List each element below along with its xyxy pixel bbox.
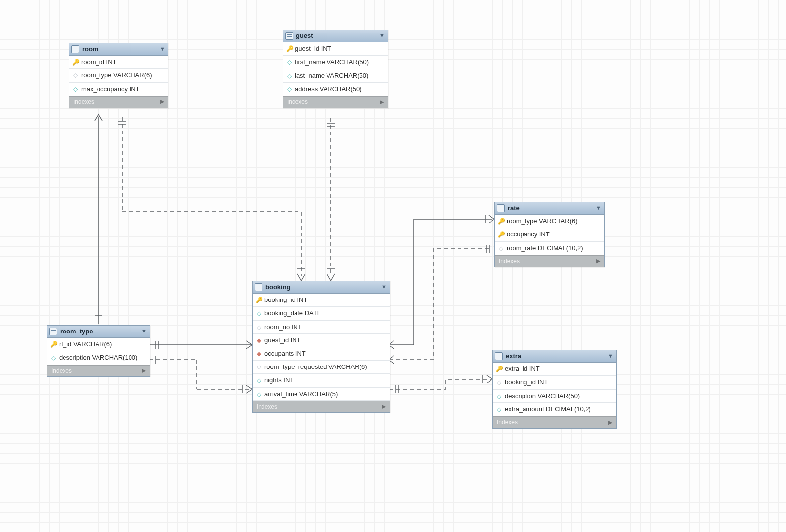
- table-icon: [255, 283, 262, 291]
- diamond-icon: ◇: [256, 377, 262, 383]
- key-icon: 🔑: [286, 46, 292, 52]
- diamond-icon: ◇: [256, 364, 262, 370]
- chevron-right-icon: ▶: [596, 257, 600, 265]
- column-row: ◇address VARCHAR(50): [283, 83, 388, 96]
- indexes-section[interactable]: Indexes▶: [283, 96, 388, 108]
- column-label: first_name VARCHAR(50): [295, 58, 369, 66]
- table-rate[interactable]: rate ▼ 🔑room_type VARCHAR(6) 🔑occupancy …: [494, 202, 605, 267]
- column-row: 🔑guest_id INT: [283, 42, 388, 56]
- chevron-down-icon[interactable]: ▼: [141, 328, 147, 335]
- column-label: room_rate DECIMAL(10,2): [507, 244, 583, 253]
- column-row: ◇description VARCHAR(50): [493, 390, 616, 403]
- chevron-down-icon[interactable]: ▼: [596, 204, 601, 212]
- table-guest-title: guest: [296, 32, 313, 40]
- table-room-type-header[interactable]: room_type ▼: [47, 326, 150, 338]
- indexes-label: Indexes: [51, 367, 72, 375]
- column-row: ◇room_type_requested VARCHAR(6): [253, 361, 390, 374]
- table-room-title: room: [82, 45, 98, 54]
- key-icon: 🔑: [496, 366, 502, 372]
- indexes-label: Indexes: [287, 98, 308, 106]
- diamond-icon: ◇: [256, 310, 262, 316]
- column-row: ◇room_no INT: [253, 321, 390, 334]
- diamond-icon: ◇: [256, 391, 262, 397]
- indexes-section[interactable]: Indexes▶: [493, 416, 616, 428]
- chevron-right-icon: ▶: [380, 99, 384, 106]
- table-booking-header[interactable]: booking ▼: [253, 281, 390, 294]
- table-icon: [49, 328, 57, 335]
- indexes-section[interactable]: Indexes▶: [253, 401, 390, 413]
- column-row: ◇arrival_time VARCHAR(5): [253, 388, 390, 401]
- indexes-label: Indexes: [257, 403, 277, 411]
- column-label: nights INT: [264, 376, 294, 385]
- column-row: ◇room_type VARCHAR(6): [69, 69, 168, 82]
- table-room-type-title: room_type: [60, 327, 93, 336]
- column-row: ◇max_occupancy INT: [69, 83, 168, 96]
- column-row: ◇nights INT: [253, 374, 390, 387]
- column-row: ◇last_name VARCHAR(50): [283, 69, 388, 83]
- table-booking-title: booking: [265, 283, 291, 292]
- column-label: booking_date DATE: [264, 309, 321, 318]
- column-row: 🔑extra_id INT: [493, 363, 616, 376]
- table-extra-title: extra: [506, 352, 521, 361]
- diamond-icon: ◇: [496, 379, 502, 385]
- table-extra-header[interactable]: extra ▼: [493, 350, 616, 363]
- diamond-icon: ◇: [286, 86, 292, 92]
- table-guest-header[interactable]: guest ▼: [283, 30, 388, 42]
- table-icon: [71, 45, 79, 53]
- column-row: ◆occupants INT: [253, 347, 390, 361]
- diamond-icon: ◆: [256, 337, 262, 343]
- diamond-icon: ◇: [50, 355, 56, 361]
- column-row: 🔑room_type VARCHAR(6): [495, 215, 604, 228]
- chevron-right-icon: ▶: [160, 98, 164, 105]
- table-rate-header[interactable]: rate ▼: [495, 202, 604, 215]
- column-label: occupancy INT: [507, 230, 550, 239]
- diamond-icon: ◆: [256, 351, 262, 357]
- diamond-icon: ◇: [498, 245, 504, 251]
- indexes-label: Indexes: [73, 98, 94, 106]
- table-booking[interactable]: booking ▼ 🔑booking_id INT ◇booking_date …: [252, 281, 390, 413]
- column-row: ◆guest_id INT: [253, 334, 390, 347]
- indexes-section[interactable]: Indexes▶: [69, 96, 168, 108]
- column-row: ◇description VARCHAR(100): [47, 351, 150, 365]
- diamond-icon: ◇: [286, 73, 292, 79]
- table-room-header[interactable]: room ▼: [69, 43, 168, 56]
- table-icon: [495, 352, 503, 360]
- table-icon: [285, 32, 293, 40]
- table-extra[interactable]: extra ▼ 🔑extra_id INT ◇booking_id INT ◇d…: [492, 350, 617, 429]
- table-room[interactable]: room ▼ 🔑room_id INT ◇room_type VARCHAR(6…: [69, 43, 168, 108]
- diamond-icon: ◇: [256, 324, 262, 330]
- key-icon: 🔑: [72, 59, 78, 65]
- key-icon: 🔑: [256, 297, 262, 303]
- table-room-type[interactable]: room_type ▼ 🔑rt_id VARCHAR(6) ◇descripti…: [47, 325, 150, 377]
- column-row: ◇room_rate DECIMAL(10,2): [495, 242, 604, 255]
- indexes-section[interactable]: Indexes▶: [47, 365, 150, 377]
- indexes-section[interactable]: Indexes▶: [495, 255, 604, 267]
- table-icon: [497, 204, 505, 212]
- column-label: extra_id INT: [505, 365, 540, 373]
- chevron-down-icon[interactable]: ▼: [379, 32, 385, 39]
- table-rate-title: rate: [508, 204, 520, 213]
- diamond-icon: ◇: [496, 393, 502, 399]
- column-row: 🔑room_id INT: [69, 56, 168, 69]
- column-label: address VARCHAR(50): [295, 85, 362, 94]
- key-icon: 🔑: [498, 218, 504, 224]
- chevron-down-icon[interactable]: ▼: [160, 45, 165, 53]
- column-label: last_name VARCHAR(50): [295, 71, 368, 80]
- chevron-down-icon[interactable]: ▼: [381, 283, 387, 291]
- column-row: 🔑rt_id VARCHAR(6): [47, 338, 150, 351]
- column-label: description VARCHAR(50): [505, 392, 580, 400]
- column-label: guest_id INT: [295, 44, 331, 53]
- column-label: arrival_time VARCHAR(5): [264, 390, 338, 399]
- table-guest[interactable]: guest ▼ 🔑guest_id INT ◇first_name VARCHA…: [283, 30, 388, 108]
- chevron-down-icon[interactable]: ▼: [608, 352, 613, 360]
- chevron-right-icon: ▶: [608, 419, 612, 426]
- chevron-right-icon: ▶: [382, 403, 386, 410]
- diamond-icon: ◇: [72, 72, 78, 78]
- column-row: 🔑occupancy INT: [495, 228, 604, 241]
- column-label: booking_id INT: [505, 378, 548, 387]
- column-label: room_no INT: [264, 323, 302, 332]
- diamond-icon: ◇: [286, 59, 292, 65]
- indexes-label: Indexes: [499, 257, 520, 266]
- column-row: 🔑booking_id INT: [253, 294, 390, 307]
- column-row: ◇first_name VARCHAR(50): [283, 56, 388, 69]
